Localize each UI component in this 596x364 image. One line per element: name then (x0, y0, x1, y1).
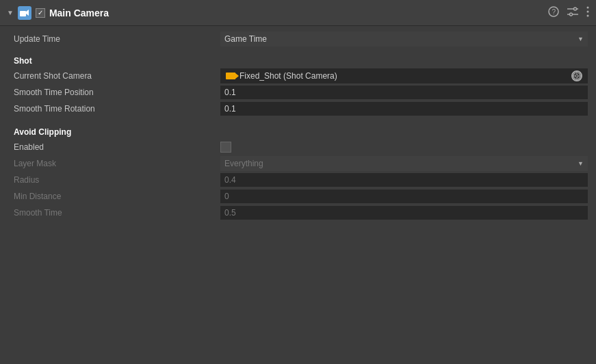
target-select-icon[interactable] (571, 70, 582, 81)
smooth-time-position-row: Smooth Time Position (8, 85, 588, 100)
enabled-row: Enabled (8, 140, 588, 155)
update-time-label: Update Time (8, 34, 220, 44)
header-right: ? (548, 6, 589, 19)
min-distance-input[interactable] (220, 190, 588, 203)
enabled-value (220, 142, 588, 153)
svg-point-10 (587, 7, 589, 9)
enabled-checkbox[interactable] (220, 142, 231, 153)
svg-point-9 (570, 13, 573, 16)
layer-mask-dropdown-text: Everything (224, 159, 263, 168)
update-time-value: Game Time ▼ (220, 31, 588, 47)
smooth-time-position-label: Smooth Time Position (8, 88, 220, 97)
shot-section-header: Shot (8, 51, 588, 68)
smooth-time-position-input[interactable] (220, 86, 588, 99)
header-left: ▼ Main Camera (7, 6, 548, 20)
svg-text:?: ? (552, 8, 556, 16)
header: ▼ Main Camera ? (0, 0, 596, 26)
shot-section-label: Shot (14, 56, 32, 66)
camera-icon (18, 6, 31, 20)
radius-value[interactable] (220, 173, 588, 187)
min-distance-label: Min Distance (8, 192, 220, 201)
enabled-checkbox-header[interactable] (36, 8, 45, 18)
radius-label: Radius (8, 175, 220, 185)
smooth-time-rotation-row: Smooth Time Rotation (8, 101, 588, 116)
layer-mask-label: Layer Mask (8, 159, 220, 168)
update-time-dropdown[interactable]: Game Time ▼ (220, 31, 588, 47)
current-shot-camera-label: Current Shot Camera (8, 71, 220, 81)
svg-marker-1 (26, 10, 29, 16)
avoid-clipping-section-header: Avoid Clipping (8, 122, 588, 140)
smooth-time-input[interactable] (220, 206, 588, 220)
smooth-time-rotation-value[interactable] (220, 102, 588, 116)
help-icon[interactable]: ? (548, 6, 559, 19)
current-shot-camera-value: Fixed_Shot (Shot Camera) (220, 68, 588, 83)
min-distance-row: Min Distance (8, 189, 588, 204)
layer-mask-value: Everything ▼ (220, 156, 588, 171)
smooth-time-value[interactable] (220, 206, 588, 220)
svg-point-14 (575, 75, 578, 77)
radius-row: Radius (8, 172, 588, 187)
smooth-time-row: Smooth Time (8, 205, 588, 220)
min-distance-value[interactable] (220, 190, 588, 203)
video-camera-icon (226, 73, 235, 79)
layer-mask-dropdown-arrow: ▼ (578, 160, 584, 167)
svg-point-11 (587, 11, 589, 13)
layer-mask-dropdown[interactable]: Everything ▼ (220, 156, 588, 171)
sliders-icon[interactable] (567, 7, 578, 18)
svg-point-6 (574, 8, 577, 10)
more-options-icon[interactable] (586, 6, 589, 19)
main-panel: ▼ Main Camera ? (0, 0, 596, 227)
avoid-clipping-section-label: Avoid Clipping (14, 127, 71, 137)
camera-ref-left: Fixed_Shot (Shot Camera) (226, 71, 337, 81)
smooth-time-label: Smooth Time (8, 208, 220, 218)
svg-point-12 (587, 15, 589, 17)
smooth-time-position-value[interactable] (220, 86, 588, 99)
layer-mask-row: Layer Mask Everything ▼ (8, 156, 588, 171)
smooth-time-rotation-input[interactable] (220, 102, 588, 116)
update-time-dropdown-arrow: ▼ (578, 36, 584, 42)
update-time-row: Update Time Game Time ▼ (8, 31, 588, 47)
current-shot-camera-row: Current Shot Camera Fixed_Shot (Shot Cam… (8, 68, 588, 83)
camera-ref-text: Fixed_Shot (Shot Camera) (239, 71, 337, 81)
panel-collapse-arrow[interactable]: ▼ (7, 9, 14, 16)
enabled-label: Enabled (8, 142, 220, 152)
content-area: Update Time Game Time ▼ Shot Current Sho… (0, 26, 596, 227)
radius-input[interactable] (220, 173, 588, 187)
current-shot-camera-field[interactable]: Fixed_Shot (Shot Camera) (220, 68, 588, 83)
smooth-time-rotation-label: Smooth Time Rotation (8, 104, 220, 114)
update-time-dropdown-text: Game Time (224, 34, 267, 44)
svg-rect-0 (20, 11, 26, 16)
panel-title: Main Camera (49, 8, 109, 18)
